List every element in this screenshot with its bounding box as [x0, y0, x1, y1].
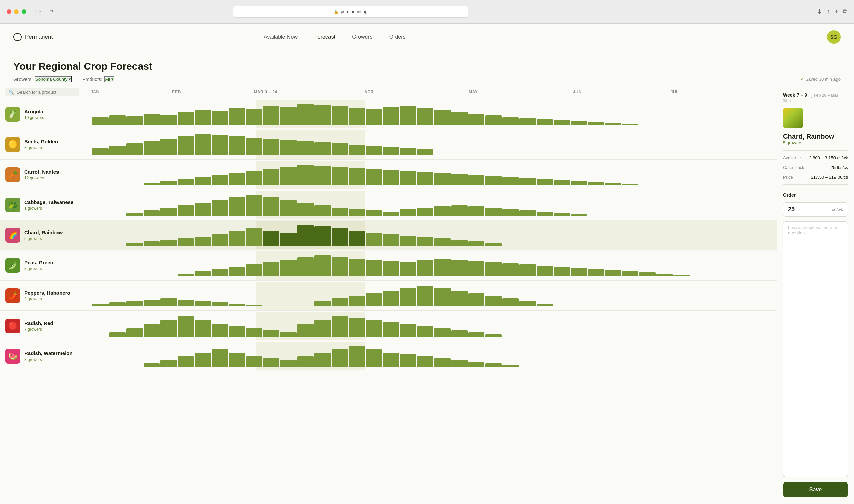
bar — [92, 117, 109, 125]
bar — [622, 124, 639, 125]
bar — [434, 238, 451, 246]
download-icon[interactable]: ⬇ — [817, 8, 822, 16]
crop-growers-count[interactable]: 5 growers — [24, 145, 58, 150]
month-label-may: MAY — [469, 90, 478, 94]
bar — [468, 206, 485, 215]
crop-row[interactable]: 🥦Cabbage, Taiwanese1 growers — [0, 190, 777, 220]
bar — [314, 353, 331, 366]
crop-row[interactable]: 🌶️Peppers, Habanero2 growers — [0, 281, 777, 311]
bar — [554, 180, 570, 185]
bar — [674, 275, 690, 276]
crop-info: 🫛Peas, Green8 growers — [0, 258, 91, 273]
bar — [212, 349, 228, 367]
panel-growers[interactable]: 5 growers — [783, 141, 848, 145]
bar — [246, 171, 263, 185]
crop-row[interactable]: 🫛Peas, Green8 growers — [0, 250, 777, 281]
user-avatar[interactable]: SG — [827, 30, 840, 44]
crop-row[interactable]: 🍉Radish, Watermelon3 growers — [0, 341, 777, 371]
browser-actions: ⬇ ↑ + ⧉ — [817, 8, 847, 16]
bar — [349, 145, 365, 155]
crop-growers-count[interactable]: 7 growers — [24, 327, 53, 331]
bar — [468, 362, 485, 367]
crop-row[interactable]: 🟡Beets, Golden5 growers — [0, 129, 777, 160]
crop-row[interactable]: 🥕Carrot, Nantes12 growers — [0, 160, 777, 190]
bar — [314, 205, 331, 216]
logo[interactable]: Permanent — [14, 33, 53, 41]
bar — [434, 288, 451, 306]
bar — [605, 123, 621, 125]
minimize-button[interactable] — [14, 10, 19, 14]
nav-link-growers[interactable]: Growers — [352, 34, 372, 40]
bar — [195, 110, 211, 125]
crop-row[interactable]: 🔴Radish, Red7 growers — [0, 311, 777, 341]
search-input[interactable] — [17, 90, 76, 95]
products-label: Products: — [82, 77, 102, 82]
bar — [126, 116, 143, 125]
nav-link-forecast[interactable]: Forecast — [314, 34, 335, 40]
close-button[interactable] — [7, 10, 12, 14]
crop-growers-count[interactable]: 5 growers — [24, 236, 63, 241]
address-bar[interactable]: 🔒 permanent.ag — [233, 6, 468, 18]
crop-growers-count[interactable]: 10 growers — [24, 115, 44, 120]
crop-row[interactable]: 🌈Chard, Rainbow5 growers⊕ — [0, 220, 777, 250]
crop-chart — [91, 100, 777, 128]
bar — [349, 296, 365, 306]
growers-filter[interactable]: Sonoma County ▾ — [35, 76, 72, 82]
crop-thumbnail: 🍉 — [5, 349, 20, 363]
crop-growers-count[interactable]: 8 growers — [24, 267, 53, 271]
nav-item-available-now[interactable]: Available Now — [264, 34, 298, 40]
bars-wrapper — [91, 344, 777, 368]
bar — [451, 330, 468, 337]
crop-thumbnail: 🥕 — [5, 167, 20, 182]
bar — [622, 184, 639, 185]
crop-name: Cabbage, Taiwanese — [24, 199, 73, 205]
forward-button[interactable]: › — [39, 8, 41, 15]
nav-link-available-now[interactable]: Available Now — [264, 34, 298, 40]
order-qty-row[interactable]: 25 cs/wk — [783, 202, 848, 217]
bar — [485, 296, 502, 306]
bar — [143, 300, 160, 306]
growers-label: Growers: — [14, 77, 33, 82]
bar — [109, 115, 126, 125]
bar — [143, 241, 160, 246]
crop-growers-count[interactable]: 1 growers — [24, 206, 73, 211]
bar — [485, 115, 502, 125]
bar — [366, 293, 382, 306]
bar — [280, 167, 297, 185]
bar — [400, 262, 416, 276]
bar — [502, 117, 519, 125]
bar — [229, 267, 245, 276]
crop-row[interactable]: 🥬Arugula10 growers — [0, 99, 777, 129]
bar — [263, 106, 279, 125]
bar — [502, 177, 519, 185]
crop-name: Radish, Watermelon — [24, 350, 73, 356]
maximize-button[interactable] — [21, 10, 26, 14]
bar — [554, 267, 570, 276]
new-tab-icon[interactable]: + — [835, 8, 838, 16]
crop-growers-count[interactable]: 12 growers — [24, 176, 59, 180]
crop-info: 🍉Radish, Watermelon3 growers — [0, 349, 91, 363]
order-quantity[interactable]: 25 — [788, 206, 795, 213]
bar — [366, 320, 382, 337]
nav-item-forecast[interactable]: Forecast — [314, 34, 335, 40]
bar — [451, 260, 468, 276]
crop-growers-count[interactable]: 3 growers — [24, 357, 73, 362]
nav-link-orders[interactable]: Orders — [389, 34, 406, 40]
share-icon[interactable]: ↑ — [827, 8, 830, 16]
bars-wrapper — [91, 132, 777, 157]
order-note[interactable]: Leave an optional note or question. — [783, 221, 848, 477]
bar — [485, 176, 502, 185]
tabs-icon[interactable]: ⧉ — [843, 8, 847, 16]
nav-item-growers[interactable]: Growers — [352, 34, 372, 40]
bar — [160, 139, 177, 155]
url-text: permanent.ag — [341, 9, 367, 14]
save-button[interactable]: Save — [783, 482, 848, 497]
nav-item-orders[interactable]: Orders — [389, 34, 406, 40]
bar — [160, 360, 177, 367]
month-label-mar3–24: MAR 3 – 24 — [254, 90, 277, 94]
bar — [383, 291, 399, 306]
crop-growers-count[interactable]: 2 growers — [24, 297, 70, 301]
chevron-down-icon-2: ▾ — [111, 77, 114, 82]
back-button[interactable]: ‹ — [35, 8, 37, 15]
products-filter[interactable]: All ▾ — [104, 76, 114, 82]
